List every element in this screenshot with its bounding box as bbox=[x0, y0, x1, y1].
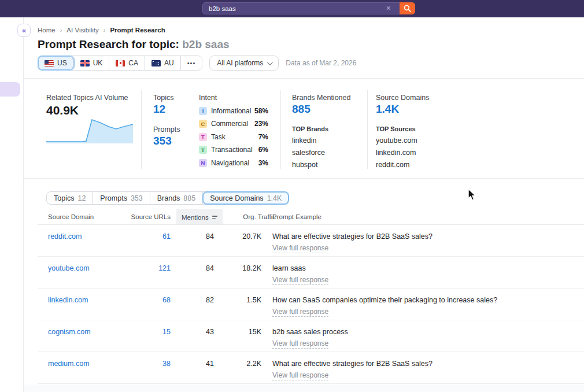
sources-value[interactable]: 1.4K bbox=[376, 103, 429, 116]
org-traffic-value: 15K bbox=[231, 328, 261, 336]
intent-name: Transactional bbox=[211, 146, 258, 154]
breadcrumb: Home › AI Visibility › Prompt Research bbox=[38, 27, 165, 34]
stats-divider bbox=[367, 90, 368, 169]
data-tabs: Topics 12 Prompts 353 Brands 885 Source … bbox=[46, 191, 289, 205]
view-full-response-link[interactable]: View full response bbox=[272, 371, 328, 380]
top-source-item: youtube.com bbox=[376, 136, 429, 145]
country-label: US bbox=[57, 59, 67, 67]
ai-platforms-dropdown[interactable]: All AI platforms bbox=[209, 56, 279, 71]
prompts-value[interactable]: 353 bbox=[153, 135, 180, 147]
breadcrumb-separator-icon: › bbox=[60, 27, 62, 34]
brands-label: Brands Mentioned bbox=[292, 94, 350, 102]
mentions-value: 41 bbox=[176, 360, 214, 368]
intent-name: Navigational bbox=[211, 159, 258, 167]
page-title-topic: b2b saas bbox=[182, 38, 229, 50]
org-traffic-value: 20.7K bbox=[231, 232, 261, 241]
section-divider bbox=[24, 178, 584, 179]
stats-summary: Related Topics AI Volume 40.9K Topics 12… bbox=[24, 79, 584, 178]
collapse-sidebar-button[interactable]: « bbox=[17, 24, 31, 37]
intent-badge-icon: T bbox=[199, 133, 207, 141]
country-tab[interactable]: US bbox=[38, 56, 74, 70]
source-urls-link[interactable]: 121 bbox=[113, 264, 171, 272]
table-row: youtube.com 121 84 18.2K learn saas View… bbox=[38, 257, 584, 289]
tab[interactable]: Topics 12 bbox=[47, 192, 93, 204]
chevron-down-icon bbox=[267, 60, 273, 65]
prompt-example-text: What are effective strategies for B2B Sa… bbox=[272, 360, 433, 368]
tab[interactable]: Brands 885 bbox=[150, 192, 203, 204]
top-source-item: linkedin.com bbox=[376, 149, 429, 157]
country-tab[interactable]: AU bbox=[145, 56, 181, 70]
ellipsis-icon: ••• bbox=[187, 60, 196, 66]
table-header: Source Domain Source URLs Mentions Org. … bbox=[38, 209, 584, 225]
topics-value[interactable]: 12 bbox=[153, 103, 180, 116]
brands-mentioned-stat: Brands Mentioned 885 TOP Brands linkedin… bbox=[292, 94, 350, 169]
intent-badge-icon: N bbox=[199, 159, 207, 167]
search-input[interactable] bbox=[202, 2, 400, 14]
prompt-example-text: learn saas bbox=[272, 264, 306, 272]
intent-row: T Transactional 6% bbox=[199, 146, 268, 154]
top-brand-item: salesforce bbox=[292, 149, 350, 157]
tab[interactable]: Source Domains 1.4K bbox=[203, 192, 289, 204]
breadcrumb-home[interactable]: Home bbox=[38, 27, 56, 34]
ai-volume-sparkline bbox=[46, 116, 133, 143]
intent-name: Commercial bbox=[211, 120, 254, 128]
intent-row: N Navigational 3% bbox=[199, 159, 268, 167]
ai-platforms-label: All AI platforms bbox=[217, 59, 263, 67]
source-domain-link[interactable]: medium.com bbox=[48, 360, 90, 368]
brands-value[interactable]: 885 bbox=[292, 103, 350, 116]
intent-badge-icon: I bbox=[199, 107, 207, 115]
top-brands-label: TOP Brands bbox=[292, 125, 350, 132]
source-domain-link[interactable]: linkedin.com bbox=[48, 296, 88, 304]
org-traffic-value: 1.5K bbox=[231, 296, 261, 304]
table-body: reddit.com 61 84 20.7K What are effectiv… bbox=[38, 225, 584, 384]
intent-breakdown: Intent I Informational 58% C Commercial … bbox=[199, 94, 268, 167]
intent-percent: 23% bbox=[254, 120, 268, 128]
country-flag-icon bbox=[116, 60, 125, 66]
top-source-item: reddit.com bbox=[376, 161, 429, 169]
intent-name: Informational bbox=[211, 107, 254, 115]
prompt-example-text: b2b saas sales process bbox=[272, 328, 348, 336]
search-button[interactable] bbox=[400, 2, 415, 14]
country-tab[interactable]: UK bbox=[74, 56, 110, 70]
more-countries-button[interactable]: ••• bbox=[181, 56, 202, 70]
source-urls-link[interactable]: 68 bbox=[113, 296, 171, 304]
breadcrumb-separator-icon: › bbox=[104, 27, 106, 34]
mentions-header-label: Mentions bbox=[182, 214, 209, 221]
tab[interactable]: Prompts 353 bbox=[93, 192, 150, 204]
source-domains-stat: Source Domains 1.4K TOP Sources youtube.… bbox=[376, 94, 429, 169]
source-urls-link[interactable]: 15 bbox=[113, 328, 171, 336]
filter-bar: US UK CA AU ••• All AI platforms Data as… bbox=[38, 56, 356, 71]
breadcrumb-ai-visibility[interactable]: AI Visibility bbox=[66, 27, 98, 34]
intent-badge-icon: T bbox=[199, 146, 207, 154]
stats-divider bbox=[141, 90, 142, 169]
table-row: linkedin.com 68 82 1.5K How can SaaS com… bbox=[38, 289, 584, 320]
view-full-response-link[interactable]: View full response bbox=[272, 276, 328, 285]
column-header-mentions[interactable]: Mentions bbox=[176, 209, 223, 225]
tab-label: Source Domains bbox=[210, 194, 263, 202]
country-selector: US UK CA AU ••• bbox=[38, 56, 202, 71]
country-flag-icon bbox=[151, 60, 161, 66]
source-domain-link[interactable]: cognism.com bbox=[48, 328, 91, 336]
prompt-example-text: How can SaaS companies optimize their pa… bbox=[272, 296, 497, 304]
sidebar-divider bbox=[23, 17, 24, 392]
page-title-prefix: Prompt Research for topic: bbox=[38, 38, 182, 50]
tab-label: Brands bbox=[157, 194, 180, 202]
source-domain-link[interactable]: reddit.com bbox=[48, 232, 82, 241]
source-domain-link[interactable]: youtube.com bbox=[48, 264, 90, 272]
stats-divider bbox=[280, 90, 281, 169]
view-full-response-link[interactable]: View full response bbox=[272, 244, 328, 253]
column-header-source-urls[interactable]: Source URLs bbox=[113, 213, 171, 220]
column-header-source-domain[interactable]: Source Domain bbox=[48, 213, 94, 220]
intent-label: Intent bbox=[199, 94, 268, 102]
sort-descending-icon bbox=[212, 216, 217, 219]
country-flag-icon bbox=[45, 60, 54, 66]
source-urls-link[interactable]: 61 bbox=[113, 232, 171, 241]
view-full-response-link[interactable]: View full response bbox=[272, 339, 328, 349]
source-urls-link[interactable]: 38 bbox=[113, 360, 171, 368]
country-tab[interactable]: CA bbox=[109, 56, 145, 70]
tab-label: Topics bbox=[54, 194, 74, 202]
view-full-response-link[interactable]: View full response bbox=[272, 308, 328, 317]
column-header-org-traffic[interactable]: Org. Traffic bbox=[231, 213, 276, 220]
mentions-value: 43 bbox=[176, 328, 214, 336]
clear-search-icon[interactable]: × bbox=[386, 3, 391, 13]
